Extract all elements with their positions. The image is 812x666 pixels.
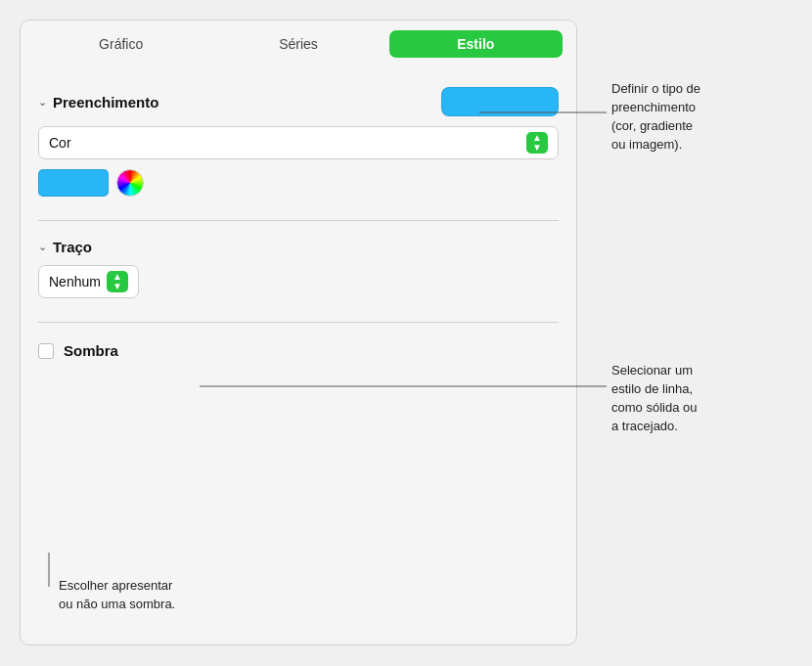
shadow-row: Sombra xyxy=(38,342,559,359)
stroke-arrows[interactable]: ▲ ▼ xyxy=(107,271,128,292)
color-row xyxy=(38,169,559,197)
tab-grafico[interactable]: Gráfico xyxy=(34,30,207,58)
divider-1 xyxy=(38,220,559,221)
tab-series[interactable]: Séries xyxy=(211,30,384,58)
stroke-arrow-down: ▼ xyxy=(113,282,122,291)
main-container: Gráfico Séries Estilo ⌄ Preenchimento Co… xyxy=(0,0,812,666)
traco-section: ⌄ Traço Nenhum ▲ ▼ xyxy=(38,231,559,312)
shadow-checkbox[interactable] xyxy=(38,343,54,359)
callout-fill-text: Definir o tipo depreenchimento(cor, grad… xyxy=(611,80,700,154)
style-panel: Gráfico Séries Estilo ⌄ Preenchimento Co… xyxy=(20,20,577,645)
fill-type-row: Cor ▲ ▼ xyxy=(38,126,559,159)
stroke-type-row: Nenhum ▲ ▼ xyxy=(38,265,559,298)
preenchimento-section: ⌄ Preenchimento Cor ▲ ▼ xyxy=(38,79,559,210)
traco-chevron[interactable]: ⌄ xyxy=(38,241,47,253)
panel-body: ⌄ Preenchimento Cor ▲ ▼ xyxy=(21,66,576,644)
stroke-type-label: Nenhum xyxy=(49,274,101,289)
preenchimento-title: Preenchimento xyxy=(53,94,158,111)
fill-type-dropdown[interactable]: Cor ▲ ▼ xyxy=(38,126,559,159)
tab-bar: Gráfico Séries Estilo xyxy=(21,21,576,66)
sombra-section: Sombra xyxy=(38,333,559,359)
traco-header: ⌄ Traço xyxy=(38,239,559,255)
divider-2 xyxy=(38,322,559,323)
stroke-type-dropdown[interactable]: Nenhum ▲ ▼ xyxy=(38,265,139,298)
arrow-down: ▼ xyxy=(532,143,542,153)
traco-title: Traço xyxy=(53,239,92,255)
color-wheel-button[interactable] xyxy=(116,169,144,197)
fill-type-label: Cor xyxy=(49,135,71,151)
preenchimento-chevron[interactable]: ⌄ xyxy=(38,96,47,109)
preenchimento-header: ⌄ Preenchimento xyxy=(38,87,559,116)
color-swatch[interactable] xyxy=(38,169,109,197)
callout-stroke-text: Selecionar umestilo de linha,como sólida… xyxy=(611,362,697,435)
tab-estilo[interactable]: Estilo xyxy=(389,30,563,58)
fill-type-arrows[interactable]: ▲ ▼ xyxy=(526,132,548,154)
fill-preview-swatch[interactable] xyxy=(441,87,559,116)
shadow-label: Sombra xyxy=(64,342,118,359)
